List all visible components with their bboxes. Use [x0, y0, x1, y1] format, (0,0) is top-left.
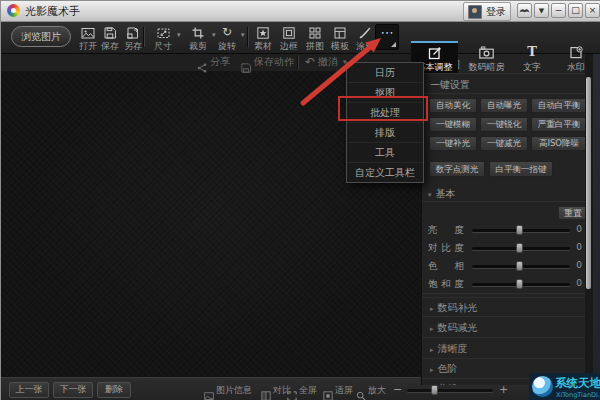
skin-icon [519, 6, 530, 15]
collapsed-arrow-icon: ▸ [430, 325, 434, 333]
fullscreen-icon [287, 385, 297, 400]
login-label: 登录 [486, 5, 506, 19]
collapsed-arrow-icon: ▸ [430, 305, 434, 313]
next-image-button[interactable]: 下一张 [53, 382, 93, 398]
window-right-edge [593, 53, 600, 377]
hue-slider[interactable] [472, 265, 570, 268]
fit-icon [323, 385, 333, 400]
maximize-icon: □ [571, 5, 580, 15]
tab-text[interactable]: T 文字 [510, 41, 554, 73]
severe-white-balance-button[interactable]: 严重白平衡 [531, 117, 587, 132]
zoom-in-button[interactable]: 放大 [368, 385, 386, 395]
picture-info-button[interactable]: 图片信息 [216, 385, 252, 395]
resize-icon [149, 25, 177, 39]
tool-resize[interactable]: 尺寸 [149, 25, 177, 53]
brightness-slider-thumb[interactable] [516, 225, 523, 235]
login-button[interactable]: 登录 [463, 2, 511, 21]
text-icon: T [510, 45, 554, 60]
material-icon [249, 25, 277, 39]
watermark-url: XiTongTianDi.net [556, 391, 600, 399]
app-window: 光影魔术手 登录 ▼ − □ × 浏览图片 打开 保存 另存 尺寸 ▾ [0, 0, 600, 400]
onekey-settings-header[interactable]: 一键设置 [430, 78, 470, 92]
onekey-blur-button[interactable]: 一键模糊 [429, 117, 477, 132]
menu-arrow-button[interactable]: ▼ [534, 3, 549, 18]
section-clarity[interactable]: ▸清晰度 [422, 339, 593, 359]
onekey-dim-light-button[interactable]: 一键减光 [480, 136, 528, 151]
watermark-icon [554, 45, 598, 60]
tool-material[interactable]: 素材 [249, 25, 277, 53]
site-watermark: 系统天地 XiTongTianDi.net [529, 373, 600, 400]
panel-divider [422, 293, 593, 294]
watermark-title: 系统天地 [555, 376, 600, 391]
magnifier-icon [356, 385, 366, 400]
basic-section-header[interactable]: ▾基本 [428, 187, 456, 201]
crop-icon [184, 25, 212, 39]
onekey-button-grid: 自动美化自动曝光自动白平衡一键模糊一键锐化严重白平衡一键补光一键减光高ISO降噪 [429, 98, 593, 155]
browse-pictures-button[interactable]: 浏览图片 [11, 26, 71, 47]
info-icon [204, 385, 214, 400]
menu-down-icon: ▼ [539, 7, 544, 15]
auto-white-balance-button[interactable]: 自动白平衡 [531, 98, 587, 113]
app-logo-icon [7, 4, 20, 17]
expanded-arrow-icon: ▾ [428, 191, 432, 199]
previous-image-button[interactable]: 上一张 [9, 382, 49, 398]
skin-button[interactable] [517, 3, 532, 18]
basic-adjust-icon [411, 45, 458, 60]
onekey-fill-light-button[interactable]: 一键补光 [429, 136, 477, 151]
section-digital-fill-light[interactable]: ▸数码补光 [422, 297, 593, 317]
menu-item-layout[interactable]: 排版 [347, 122, 423, 142]
slider-row-contrast: 对比度 0 [428, 241, 593, 255]
toolbar-separator [143, 27, 145, 47]
slider-row-hue: 色相 0 [428, 259, 593, 273]
white-balance-one-key-button[interactable]: 白平衡一指键 [489, 161, 553, 177]
reset-button[interactable]: 重置 [558, 206, 588, 220]
share-button[interactable]: 分享 [210, 53, 230, 71]
maximize-button[interactable]: □ [568, 3, 583, 18]
section-digital-dim-light[interactable]: ▸数码减光 [422, 318, 593, 338]
minimize-icon: − [555, 5, 563, 15]
tab-darkroom[interactable]: 数码暗房 [463, 41, 510, 73]
save-action-button[interactable]: 保存动作 [254, 53, 294, 71]
window-title: 光影魔术手 [25, 4, 80, 19]
zoom-slider-thumb[interactable] [431, 385, 438, 395]
auto-exposure-button[interactable]: 自动曝光 [480, 98, 528, 113]
menu-item-tools[interactable]: 工具 [347, 142, 423, 162]
avatar [468, 5, 482, 19]
panel-scrollbar-thumb[interactable] [586, 77, 591, 289]
brightness-slider[interactable] [472, 229, 570, 232]
collapsed-arrow-icon: ▸ [430, 366, 434, 374]
hue-slider-thumb[interactable] [516, 261, 523, 271]
adjustments-panel: 直方图 一键设置 自动美化自动曝光自动白平衡一键模糊一键锐化严重白平衡一键补光一… [421, 53, 593, 385]
titlebar: 光影魔术手 登录 ▼ − □ × [1, 1, 600, 22]
onekey-sharpen-button[interactable]: 一键锐化 [480, 117, 528, 132]
panel-divider [422, 201, 593, 202]
high-iso-denoise-button[interactable]: 高ISO降噪 [531, 136, 587, 151]
auto-beautify-button[interactable]: 自动美化 [429, 98, 477, 113]
tool-crop[interactable]: 裁剪 [184, 25, 212, 53]
close-button[interactable]: × [585, 3, 600, 18]
slider-row-saturation: 饱和度 0 [428, 277, 593, 291]
crop-caret-icon[interactable]: ▾ [212, 31, 216, 39]
contrast-slider[interactable] [472, 247, 570, 250]
saturation-slider[interactable] [472, 283, 570, 286]
close-icon: × [589, 5, 597, 15]
rotate-caret-icon[interactable]: ▾ [241, 31, 245, 39]
minimize-button[interactable]: − [551, 3, 566, 18]
digital-spot-metering-button[interactable]: 数字点测光 [429, 161, 485, 177]
tab-watermark[interactable]: 水印 [554, 41, 598, 73]
panel-divider [422, 93, 593, 94]
globe-icon [532, 376, 553, 397]
contrast-slider-thumb[interactable] [516, 243, 523, 253]
resize-caret-icon[interactable]: ▾ [177, 31, 181, 39]
delete-image-button[interactable]: 删除 [97, 382, 131, 398]
share-icon [197, 57, 207, 76]
zoom-slider[interactable] [407, 389, 493, 392]
fullscreen-button[interactable]: 全屏 [299, 385, 317, 395]
fit-screen-button[interactable]: 适屏 [335, 385, 353, 395]
rotate-icon: ↻ [213, 25, 241, 39]
save-action-icon [241, 57, 251, 76]
menu-item-customize-toolbar[interactable]: 自定义工具栏 [347, 162, 423, 182]
tool-rotate[interactable]: ↻ 旋转 [213, 25, 241, 53]
zoom-out-icon[interactable]: − [393, 383, 402, 396]
saturation-slider-thumb[interactable] [516, 279, 523, 289]
